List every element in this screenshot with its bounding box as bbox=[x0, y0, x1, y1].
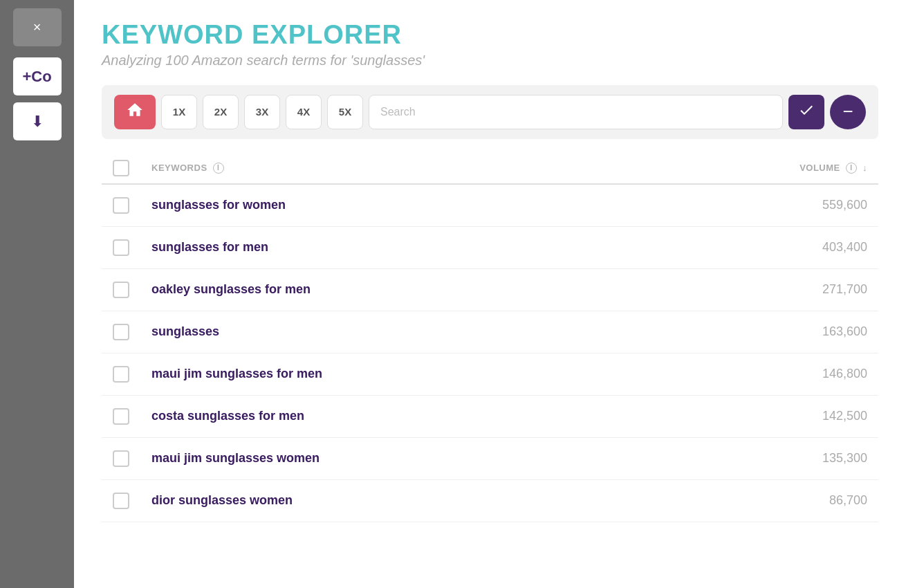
row-checkbox[interactable] bbox=[113, 282, 129, 298]
volume-cell: 403,400 bbox=[644, 226, 878, 268]
table-row: sunglasses 163,600 bbox=[102, 311, 878, 353]
keywords-col-label: KEYWORDS bbox=[151, 163, 207, 173]
table-row: costa sunglasses for men 142,500 bbox=[102, 395, 878, 437]
download-icon: ⬇ bbox=[31, 113, 44, 131]
multiplier-5x-button[interactable]: 5X bbox=[327, 95, 363, 129]
multiplier-2x-label: 2X bbox=[214, 106, 227, 118]
volume-cell: 163,600 bbox=[644, 311, 878, 353]
table-row: maui jim sunglasses for men 146,800 bbox=[102, 353, 878, 395]
header-checkbox[interactable] bbox=[113, 160, 129, 176]
col-header-select bbox=[102, 153, 140, 184]
volume-cell: 142,500 bbox=[644, 395, 878, 437]
row-checkbox-cell bbox=[102, 184, 140, 227]
volume-cell: 271,700 bbox=[644, 268, 878, 311]
table-body: sunglasses for women 559,600 sunglasses … bbox=[102, 184, 878, 522]
volume-cell: 146,800 bbox=[644, 353, 878, 395]
table-row: oakley sunglasses for men 271,700 bbox=[102, 268, 878, 311]
keyword-cell: sunglasses for men bbox=[140, 226, 644, 268]
download-button[interactable]: ⬇ bbox=[13, 102, 62, 140]
keyword-cell: sunglasses bbox=[140, 311, 644, 353]
multiplier-2x-button[interactable]: 2X bbox=[203, 95, 239, 129]
keywords-table-container: KEYWORDS i VOLUME i ↓ sunglasses for wom… bbox=[102, 153, 878, 588]
multiplier-3x-button[interactable]: 3X bbox=[244, 95, 280, 129]
row-checkbox[interactable] bbox=[113, 197, 129, 214]
checkmark-icon bbox=[798, 102, 815, 122]
home-button[interactable] bbox=[114, 95, 156, 129]
multiplier-4x-button[interactable]: 4X bbox=[286, 95, 322, 129]
page-title: KEYWORD EXPLORER bbox=[102, 21, 878, 50]
table-row: dior sunglasses women 86,700 bbox=[102, 479, 878, 522]
col-header-volume: VOLUME i ↓ bbox=[644, 153, 878, 184]
row-checkbox[interactable] bbox=[113, 239, 129, 256]
table-row: sunglasses for men 403,400 bbox=[102, 226, 878, 268]
row-checkbox-cell bbox=[102, 479, 140, 522]
search-input[interactable] bbox=[369, 95, 783, 129]
toolbar: 1X 2X 3X 4X 5X − bbox=[102, 85, 878, 139]
multiplier-3x-label: 3X bbox=[256, 106, 268, 118]
row-checkbox[interactable] bbox=[113, 366, 129, 383]
deselect-button[interactable]: − bbox=[830, 95, 866, 129]
row-checkbox[interactable] bbox=[113, 324, 129, 340]
multiplier-4x-label: 4X bbox=[297, 106, 310, 118]
keyword-cell: maui jim sunglasses for men bbox=[140, 353, 644, 395]
minus-icon: − bbox=[842, 101, 853, 122]
multiplier-5x-label: 5X bbox=[339, 106, 351, 118]
row-checkbox-cell bbox=[102, 311, 140, 353]
row-checkbox-cell bbox=[102, 226, 140, 268]
col-header-keywords: KEYWORDS i bbox=[140, 153, 644, 184]
row-checkbox[interactable] bbox=[113, 493, 129, 509]
volume-info-icon[interactable]: i bbox=[846, 163, 857, 174]
multiplier-1x-label: 1X bbox=[173, 106, 185, 118]
volume-cell: 86,700 bbox=[644, 479, 878, 522]
multiplier-1x-button[interactable]: 1X bbox=[161, 95, 197, 129]
row-checkbox-cell bbox=[102, 395, 140, 437]
keyword-cell: maui jim sunglasses women bbox=[140, 437, 644, 479]
main-content: KEYWORD EXPLORER Analyzing 100 Amazon se… bbox=[74, 0, 906, 588]
page-subtitle: Analyzing 100 Amazon search terms for 's… bbox=[102, 53, 878, 68]
row-checkbox-cell bbox=[102, 268, 140, 311]
keywords-table: KEYWORDS i VOLUME i ↓ sunglasses for wom… bbox=[102, 153, 878, 522]
keyword-cell: sunglasses for women bbox=[140, 184, 644, 227]
keyword-cell: oakley sunglasses for men bbox=[140, 268, 644, 311]
row-checkbox-cell bbox=[102, 353, 140, 395]
keyword-cell: costa sunglasses for men bbox=[140, 395, 644, 437]
table-row: maui jim sunglasses women 135,300 bbox=[102, 437, 878, 479]
row-checkbox-cell bbox=[102, 437, 140, 479]
close-icon: × bbox=[33, 19, 41, 35]
row-checkbox[interactable] bbox=[113, 450, 129, 467]
keyword-cell: dior sunglasses women bbox=[140, 479, 644, 522]
table-header-row: KEYWORDS i VOLUME i ↓ bbox=[102, 153, 878, 184]
add-collection-button[interactable]: +Co bbox=[13, 57, 62, 95]
sort-arrow-icon: ↓ bbox=[862, 163, 867, 173]
sidebar: × +Co ⬇ bbox=[0, 0, 74, 588]
add-collection-label: +Co bbox=[22, 68, 51, 86]
keywords-info-icon[interactable]: i bbox=[213, 163, 224, 174]
volume-col-label: VOLUME bbox=[799, 163, 840, 173]
table-row: sunglasses for women 559,600 bbox=[102, 184, 878, 227]
select-all-button[interactable] bbox=[788, 95, 824, 129]
volume-cell: 135,300 bbox=[644, 437, 878, 479]
home-icon bbox=[126, 101, 144, 123]
close-button[interactable]: × bbox=[13, 8, 62, 46]
volume-cell: 559,600 bbox=[644, 184, 878, 227]
row-checkbox[interactable] bbox=[113, 408, 129, 425]
